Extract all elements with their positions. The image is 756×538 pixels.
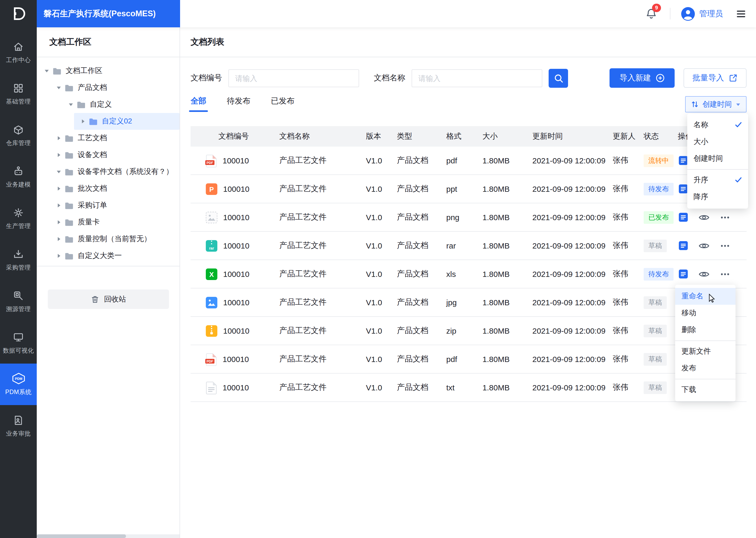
doc-format: xls <box>446 270 483 279</box>
doc-name: 产品工艺文件 <box>279 383 366 393</box>
tree-node[interactable]: 自定义02 <box>74 113 179 130</box>
caret-down-icon[interactable] <box>67 102 74 107</box>
detail-doc-icon <box>678 212 689 223</box>
caret-right-icon[interactable] <box>55 220 63 225</box>
tab-3[interactable]: 已发布 <box>271 96 295 112</box>
sort-field-option[interactable]: 大小 <box>687 134 748 150</box>
tree-node[interactable]: 质量卡 <box>37 214 179 231</box>
preview-button[interactable] <box>698 211 710 223</box>
sort-order-option[interactable]: 降序 <box>687 188 748 205</box>
context-menu-item[interactable]: 重命名 <box>675 288 735 305</box>
doc-no-input[interactable] <box>228 69 359 87</box>
tree-node[interactable]: 产品文档 <box>37 79 179 96</box>
caret-right-icon[interactable] <box>79 119 87 124</box>
rar-file-icon: rar <box>205 239 218 252</box>
import-new-button[interactable]: 导入新建 <box>609 68 675 88</box>
app-logo-icon <box>0 0 37 27</box>
doc-updated: 2021-09-09 12:00:09 <box>532 298 613 307</box>
more-actions-button[interactable] <box>719 240 731 251</box>
tree-node[interactable]: 质量控制（当前暂无） <box>37 231 179 247</box>
caret-right-icon[interactable] <box>55 135 63 141</box>
caret-right-icon[interactable] <box>55 253 63 258</box>
recycle-bin-button[interactable]: 回收站 <box>48 290 169 309</box>
horizontal-scrollbar[interactable] <box>37 534 179 538</box>
status-cell: 待发布 <box>644 268 678 280</box>
doc-size: 1.80MB <box>483 241 532 250</box>
doc-name: 产品工艺文件 <box>279 241 366 250</box>
preview-button[interactable] <box>698 268 710 280</box>
tree-node-label: 质量卡 <box>78 218 100 227</box>
tree-node[interactable]: 采购订单 <box>37 197 179 214</box>
tree-node[interactable]: 自定义大类一 <box>37 247 179 264</box>
documents-table: 文档编号文档名称版本类型格式大小更新时间更新人状态操作 PDF100010产品工… <box>191 126 746 402</box>
caret-down-icon[interactable] <box>55 169 63 175</box>
sidebar-item-2[interactable]: 基础管理 <box>0 73 37 115</box>
context-menu-item[interactable]: 更新文件 <box>675 343 735 360</box>
topbar-divider <box>670 8 670 20</box>
topbar-right: 9 管理员 <box>645 7 756 21</box>
sort-order-option[interactable]: 升序 <box>687 172 748 188</box>
search-button[interactable] <box>548 69 568 87</box>
detail-button[interactable] <box>678 212 689 223</box>
folder-icon <box>77 101 86 108</box>
notification-badge: 9 <box>652 3 661 12</box>
doc-type: 产品文档 <box>397 184 446 194</box>
context-menu-item[interactable]: 下载 <box>675 381 735 398</box>
context-menu-item-label: 重命名 <box>682 292 703 301</box>
user-menu[interactable]: 管理员 <box>681 7 723 21</box>
doc-updater: 张伟 <box>613 184 644 194</box>
caret-down-icon[interactable] <box>55 85 63 90</box>
hamburger-menu-icon[interactable] <box>735 8 746 19</box>
detail-button[interactable] <box>678 268 689 280</box>
tab-1[interactable]: 全部 <box>191 96 206 112</box>
sidebar-item-6[interactable]: 采购管理 <box>0 239 37 281</box>
preview-button[interactable] <box>698 240 710 251</box>
doc-version: V1.0 <box>366 355 397 363</box>
caret-right-icon[interactable] <box>55 186 63 191</box>
tree-node[interactable]: 批次文档 <box>37 180 179 197</box>
doc-updated: 2021-09-09 12:00:09 <box>532 383 613 392</box>
doc-updater: 张伟 <box>613 212 644 222</box>
sort-field-option[interactable]: 名称 <box>687 117 748 134</box>
caret-down-icon[interactable] <box>43 68 50 74</box>
sidebar-item-1[interactable]: 工作中心 <box>0 31 37 73</box>
tree-node[interactable]: 自定义 <box>37 96 179 113</box>
scrollbar-thumb[interactable] <box>37 534 126 538</box>
sidebar-item-8[interactable]: 数据可视化 <box>0 322 37 363</box>
caret-right-icon[interactable] <box>55 237 63 242</box>
tree-node[interactable]: 工艺文档 <box>37 130 179 146</box>
doc-name: 产品工艺文件 <box>279 326 366 336</box>
context-menu-item[interactable]: 删除 <box>675 322 735 338</box>
tab-2[interactable]: 待发布 <box>227 96 251 112</box>
sidebar-item-label: 仓库管理 <box>6 139 31 147</box>
more-actions-button[interactable] <box>719 268 731 280</box>
column-header: 更新时间 <box>532 131 613 141</box>
sort-field-option[interactable]: 创建时间 <box>687 150 748 167</box>
sidebar-item-7[interactable]: 溯源管理 <box>0 281 37 322</box>
sidebar-item-9[interactable]: PDMPDM系统 <box>0 363 37 405</box>
more-actions-button[interactable] <box>719 211 731 223</box>
sidebar-item-label: 溯源管理 <box>6 305 31 313</box>
caret-right-icon[interactable] <box>55 152 63 158</box>
sort-label: 创建时间 <box>702 100 732 109</box>
tree-node[interactable]: 文档工作区 <box>37 63 179 79</box>
tree-node[interactable]: 设备零件文档（系统没有？） <box>37 163 179 180</box>
sidebar-item-5[interactable]: 生产管理 <box>0 197 37 239</box>
tree-divider <box>37 266 179 266</box>
doc-no: 100010 <box>223 383 249 392</box>
detail-button[interactable] <box>678 240 689 251</box>
tree-node[interactable]: 设备文档 <box>37 146 179 163</box>
context-menu-item[interactable]: 发布 <box>675 360 735 377</box>
notifications-button[interactable]: 9 <box>645 8 657 20</box>
preview-eye-icon <box>698 211 710 223</box>
context-menu-item[interactable]: 移动 <box>675 305 735 322</box>
caret-right-icon[interactable] <box>55 203 63 208</box>
sort-control[interactable]: 创建时间 <box>685 96 746 112</box>
sidebar-item-10[interactable]: 业务审批 <box>0 405 37 447</box>
menu-divider <box>675 341 735 341</box>
doc-name-input[interactable] <box>412 69 542 87</box>
tree-node-label: 文档工作区 <box>66 66 102 76</box>
sidebar-item-4[interactable]: 业务建模 <box>0 156 37 197</box>
batch-import-button[interactable]: 批量导入 <box>684 68 746 88</box>
sidebar-item-3[interactable]: 仓库管理 <box>0 115 37 156</box>
